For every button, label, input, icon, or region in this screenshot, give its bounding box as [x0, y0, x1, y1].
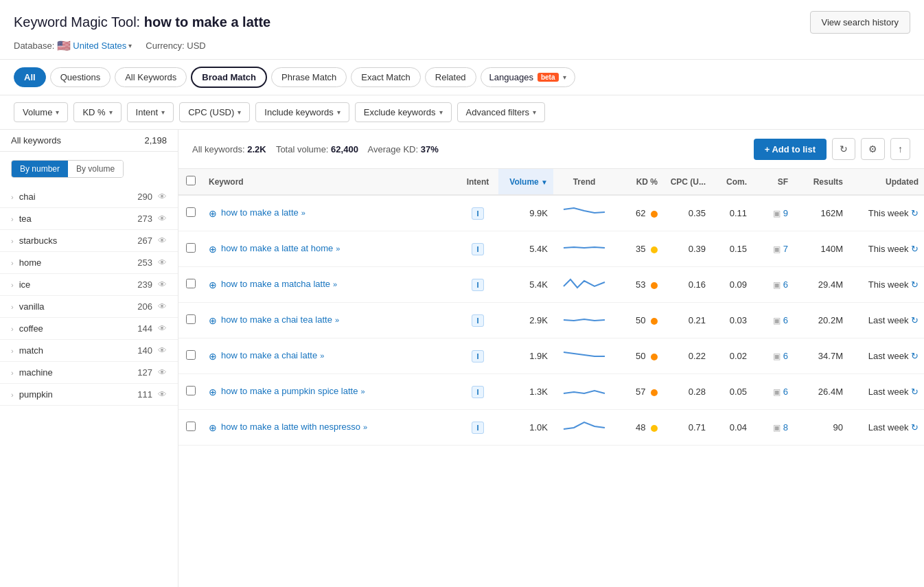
volume-filter-label: Volume [23, 107, 52, 117]
filter-dropdowns-bar: Volume ▾ KD % ▾ Intent ▾ CPC (USD) ▾ Inc… [0, 95, 924, 130]
results-column-header[interactable]: Results [794, 169, 848, 195]
refresh-icon[interactable]: ↻ [911, 279, 919, 290]
trend-cell [553, 267, 615, 303]
sort-by-volume-button[interactable]: By volume [68, 161, 123, 177]
row-checkbox[interactable] [186, 279, 196, 288]
tab-exact-match[interactable]: Exact Match [351, 67, 421, 87]
eye-icon[interactable]: 👁 [158, 214, 167, 224]
eye-icon[interactable]: 👁 [158, 367, 167, 378]
keyword-column-header[interactable]: Keyword [203, 169, 457, 195]
eye-icon[interactable]: 👁 [158, 257, 167, 268]
sidebar-item-tea[interactable]: › tea 273 👁 [0, 208, 178, 230]
languages-button[interactable]: Languages beta ▾ [481, 67, 575, 87]
sidebar-item-pumpkin[interactable]: › pumpkin 111 👁 [0, 384, 178, 406]
refresh-icon[interactable]: ↻ [911, 387, 919, 397]
eye-icon[interactable]: 👁 [158, 235, 167, 246]
view-history-button[interactable]: View search history [810, 11, 910, 34]
refresh-icon[interactable]: ↻ [911, 208, 919, 218]
sidebar-keyword-label: starbucks [19, 235, 138, 246]
sidebar-item-ice[interactable]: › ice 239 👁 [0, 274, 178, 296]
eye-icon[interactable]: 👁 [158, 345, 167, 356]
eye-icon[interactable]: 👁 [158, 192, 167, 202]
row-checkbox[interactable] [186, 207, 196, 217]
keyword-link[interactable]: ⊕ how to make a pumpkin spice latte » [209, 386, 452, 398]
row-checkbox[interactable] [186, 350, 196, 360]
row-checkbox[interactable] [186, 314, 196, 324]
volume-filter-button[interactable]: Volume ▾ [14, 102, 68, 122]
database-link[interactable]: 🇺🇸 United States ▾ [57, 39, 132, 52]
tab-phrase-match[interactable]: Phrase Match [271, 67, 347, 87]
cpc-filter-button[interactable]: CPC (USD) ▾ [179, 102, 250, 122]
refresh-icon[interactable]: ↻ [911, 244, 919, 254]
tab-broad-match[interactable]: Broad Match [191, 67, 267, 88]
volume-column-header[interactable]: Volume ▼ [498, 169, 553, 195]
updated-column-header[interactable]: Updated [848, 169, 924, 195]
intent-column-header[interactable]: Intent [457, 169, 498, 195]
row-checkbox-cell [178, 195, 203, 231]
tool-name: Keyword Magic Tool: [14, 14, 140, 30]
com-cell: 0.09 [711, 267, 752, 303]
intent-cell: I [457, 303, 498, 338]
eye-icon[interactable]: 👁 [158, 389, 167, 400]
keyword-link[interactable]: ⊕ how to make a latte at home » [209, 243, 452, 255]
updated-cell: Last week ↻ [848, 338, 924, 374]
eye-icon[interactable]: 👁 [158, 323, 167, 334]
sidebar-item-home[interactable]: › home 253 👁 [0, 252, 178, 274]
kd-dot-icon [651, 425, 658, 432]
kd-column-header[interactable]: KD % [615, 169, 663, 195]
tab-all[interactable]: All [14, 67, 46, 87]
keyword-link[interactable]: ⊕ how to make a chai tea latte » [209, 314, 452, 326]
total-volume-label: Total volume: [276, 144, 329, 154]
languages-chevron-icon: ▾ [563, 73, 566, 81]
sidebar-item-vanilla[interactable]: › vanilla 206 👁 [0, 296, 178, 318]
languages-label: Languages [489, 72, 533, 82]
sidebar-item-match[interactable]: › match 140 👁 [0, 340, 178, 362]
cpc-column-header[interactable]: CPC (U... [663, 169, 711, 195]
keyword-link[interactable]: ⊕ how to make a matcha latte » [209, 279, 452, 290]
keyword-text: how to make a chai latte » [221, 350, 324, 360]
keyword-cell: ⊕ how to make a chai latte » [203, 338, 457, 374]
refresh-icon[interactable]: ↻ [911, 351, 919, 361]
row-checkbox[interactable] [186, 243, 196, 253]
tab-related[interactable]: Related [425, 67, 476, 87]
settings-button[interactable]: ⚙ [861, 138, 885, 160]
refresh-button[interactable]: ↻ [832, 138, 855, 160]
export-button[interactable]: ↑ [890, 138, 910, 160]
keyword-link[interactable]: ⊕ how to make a latte » [209, 207, 452, 219]
expand-icon: › [11, 193, 14, 201]
com-column-header[interactable]: Com. [711, 169, 752, 195]
eye-icon[interactable]: 👁 [158, 279, 167, 290]
keyword-link[interactable]: ⊕ how to make a latte with nespresso » [209, 422, 452, 433]
sidebar-item-starbucks[interactable]: › starbucks 267 👁 [0, 230, 178, 252]
tab-questions[interactable]: Questions [50, 67, 111, 87]
sort-by-number-button[interactable]: By number [12, 161, 68, 177]
kd-filter-button[interactable]: KD % ▾ [73, 102, 121, 122]
sidebar-item-chai[interactable]: › chai 290 👁 [0, 186, 178, 208]
refresh-icon[interactable]: ↻ [911, 315, 919, 325]
sf-cell: ▣ 6 [752, 338, 794, 374]
add-circle-icon: ⊕ [209, 351, 217, 362]
tab-all-keywords[interactable]: All Keywords [115, 67, 187, 87]
add-to-list-button[interactable]: + Add to list [754, 139, 827, 160]
cpc-cell: 0.71 [663, 410, 711, 446]
refresh-icon[interactable]: ↻ [911, 422, 919, 433]
sort-arrow-icon: ▼ [541, 179, 548, 186]
intent-cell: I [457, 410, 498, 446]
trend-column-header[interactable]: Trend [553, 169, 615, 195]
cpc-cell: 0.22 [663, 338, 711, 374]
eye-icon[interactable]: 👁 [158, 301, 167, 312]
include-keywords-button[interactable]: Include keywords ▾ [255, 102, 349, 122]
intent-filter-button[interactable]: Intent ▾ [127, 102, 174, 122]
row-checkbox[interactable] [186, 422, 196, 431]
exclude-keywords-button[interactable]: Exclude keywords ▾ [355, 102, 452, 122]
sf-column-header[interactable]: SF [752, 169, 794, 195]
keyword-link[interactable]: ⊕ how to make a chai latte » [209, 350, 452, 362]
select-all-header [178, 169, 203, 195]
sidebar-item-machine[interactable]: › machine 127 👁 [0, 362, 178, 384]
select-all-checkbox[interactable] [186, 176, 196, 185]
row-checkbox-cell [178, 303, 203, 338]
row-checkbox[interactable] [186, 386, 196, 395]
sidebar-item-coffee[interactable]: › coffee 144 👁 [0, 318, 178, 340]
advanced-filters-button[interactable]: Advanced filters ▾ [457, 102, 546, 122]
sidebar-keyword-label: match [19, 345, 138, 356]
